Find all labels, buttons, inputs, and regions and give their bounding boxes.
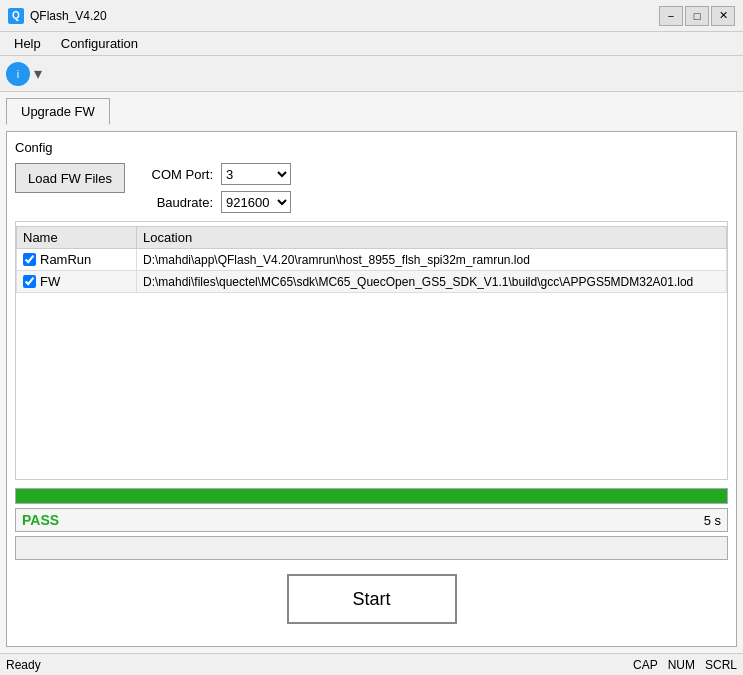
baudrate-select[interactable]: 921600 115200 460800 <box>221 191 291 213</box>
col-name: Name <box>17 227 137 249</box>
toolbar-divider: ▾ <box>34 64 42 83</box>
load-fw-button[interactable]: Load FW Files <box>15 163 125 193</box>
file-location-cell: D:\mahdi\files\quectel\MC65\sdk\MC65_Que… <box>137 271 727 293</box>
close-button[interactable]: ✕ <box>711 6 735 26</box>
result-status: PASS <box>22 512 59 528</box>
col-location: Location <box>137 227 727 249</box>
progress-bar-container <box>15 488 728 504</box>
result-row: PASS 5 s <box>15 508 728 532</box>
file-name: RamRun <box>40 252 91 267</box>
maximize-button[interactable]: □ <box>685 6 709 26</box>
menu-bar: Help Configuration <box>0 32 743 56</box>
config-area: Load FW Files COM Port: 3 1 2 4 5 Baudra… <box>15 163 728 213</box>
status-bar: Ready CAP NUM SCRL <box>0 653 743 675</box>
main-content: Upgrade FW Config Load FW Files COM Port… <box>0 92 743 653</box>
com-port-label: COM Port: <box>145 167 213 182</box>
title-bar-controls: − □ ✕ <box>659 6 735 26</box>
menu-help[interactable]: Help <box>4 34 51 53</box>
file-table: Name Location RamRunD:\mahdi\app\QFlash_… <box>16 226 727 293</box>
tab-upgrade-fw[interactable]: Upgrade FW <box>6 98 110 125</box>
file-name-cell: FW <box>17 271 137 293</box>
toolbar: i ▾ <box>0 56 743 92</box>
minimize-button[interactable]: − <box>659 6 683 26</box>
file-location-cell: D:\mahdi\app\QFlash_V4.20\ramrun\host_89… <box>137 249 727 271</box>
info-icon[interactable]: i <box>6 62 30 86</box>
baudrate-row: Baudrate: 921600 115200 460800 <box>145 191 291 213</box>
progress-area: PASS 5 s <box>15 488 728 560</box>
file-checkbox-0[interactable] <box>23 253 36 266</box>
status-text: Ready <box>6 658 41 672</box>
file-checkbox-1[interactable] <box>23 275 36 288</box>
result-time: 5 s <box>704 513 721 528</box>
file-name: FW <box>40 274 60 289</box>
menu-configuration[interactable]: Configuration <box>51 34 148 53</box>
port-config: COM Port: 3 1 2 4 5 Baudrate: 921600 115… <box>145 163 291 213</box>
com-port-row: COM Port: 3 1 2 4 5 <box>145 163 291 185</box>
status-indicators: CAP NUM SCRL <box>633 658 737 672</box>
log-area <box>15 536 728 560</box>
app-icon: Q <box>8 8 24 24</box>
start-button[interactable]: Start <box>287 574 457 624</box>
indicator-scrl: SCRL <box>705 658 737 672</box>
com-port-select[interactable]: 3 1 2 4 5 <box>221 163 291 185</box>
title-bar-text: QFlash_V4.20 <box>30 9 659 23</box>
file-name-cell: RamRun <box>17 249 137 271</box>
table-row: FWD:\mahdi\files\quectel\MC65\sdk\MC65_Q… <box>17 271 727 293</box>
title-bar: Q QFlash_V4.20 − □ ✕ <box>0 0 743 32</box>
progress-bar-fill <box>16 489 727 503</box>
start-area: Start <box>15 560 728 638</box>
tab-bar: Upgrade FW <box>6 98 737 125</box>
indicator-num: NUM <box>668 658 695 672</box>
table-row: RamRunD:\mahdi\app\QFlash_V4.20\ramrun\h… <box>17 249 727 271</box>
indicator-cap: CAP <box>633 658 658 672</box>
file-table-container: Name Location RamRunD:\mahdi\app\QFlash_… <box>15 221 728 480</box>
config-label: Config <box>15 140 728 155</box>
baudrate-label: Baudrate: <box>145 195 213 210</box>
main-panel: Config Load FW Files COM Port: 3 1 2 4 5… <box>6 131 737 647</box>
